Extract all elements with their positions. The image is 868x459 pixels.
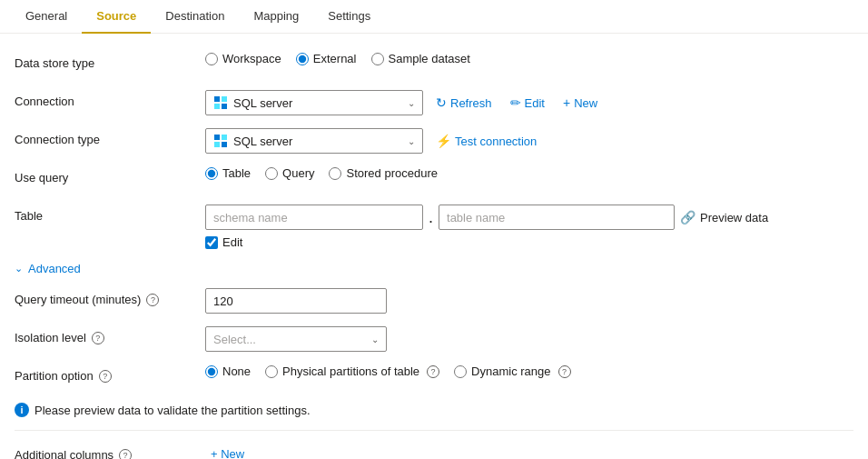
radio-none-label: None: [222, 364, 251, 378]
query-timeout-row: Query timeout (minutes) ?: [15, 288, 853, 314]
add-new-column-button[interactable]: + New: [205, 444, 250, 459]
radio-table-input[interactable]: [205, 167, 218, 180]
use-query-controls: Table Query Stored procedure: [205, 166, 853, 180]
connection-dropdown[interactable]: SQL server ⌄: [205, 90, 423, 115]
svg-rect-5: [222, 135, 227, 140]
query-timeout-label: Query timeout (minutes) ?: [15, 288, 205, 306]
radio-table-label: Table: [222, 166, 251, 180]
schema-name-input[interactable]: [205, 205, 423, 230]
preview-data-link[interactable]: 🔗 Preview data: [680, 210, 768, 225]
tab-mapping[interactable]: Mapping: [239, 0, 313, 34]
connection-type-sql-icon: [213, 134, 228, 148]
additional-columns-controls: + New: [205, 444, 853, 459]
radio-external-label: External: [313, 52, 357, 65]
radio-query-label: Query: [282, 166, 314, 180]
isolation-level-info-icon[interactable]: ?: [92, 332, 104, 344]
svg-rect-2: [214, 104, 220, 109]
query-timeout-info-icon[interactable]: ?: [146, 294, 159, 306]
physical-partitions-info-icon[interactable]: ?: [427, 365, 439, 378]
data-store-type-row: Data store type Workspace External Sampl…: [15, 52, 853, 77]
partition-radio-group: None Physical partitions of table ? Dyna…: [205, 364, 571, 378]
use-query-row: Use query Table Query Stored procedure: [15, 166, 853, 192]
edit-checkbox-label: Edit: [222, 235, 242, 249]
connection-type-row: Connection type SQL server ⌄ ⚡ Test conn…: [15, 128, 853, 154]
advanced-label: Advanced: [28, 262, 81, 275]
table-label: Table: [15, 205, 205, 223]
isolation-level-placeholder: Select...: [213, 333, 366, 346]
form-content: Data store type Workspace External Sampl…: [0, 34, 868, 459]
radio-workspace[interactable]: Workspace: [205, 52, 281, 65]
edit-label: Edit: [525, 96, 545, 110]
radio-physical-input[interactable]: [265, 365, 278, 378]
svg-rect-7: [222, 142, 227, 147]
section-divider: [15, 430, 853, 431]
table-inputs-row: . 🔗 Preview data: [205, 205, 768, 230]
tab-destination[interactable]: Destination: [151, 0, 239, 34]
refresh-label: Refresh: [450, 96, 492, 110]
use-query-label: Use query: [15, 166, 205, 185]
data-store-type-controls: Workspace External Sample dataset: [205, 52, 853, 65]
refresh-button[interactable]: ↻ Refresh: [430, 92, 498, 114]
edit-checkbox[interactable]: Edit: [205, 235, 242, 249]
test-connection-button[interactable]: ⚡ Test connection: [430, 130, 542, 152]
radio-physical-partitions[interactable]: Physical partitions of table ?: [265, 364, 439, 378]
chevron-down-icon: ⌄: [15, 263, 23, 274]
tab-settings[interactable]: Settings: [313, 0, 385, 34]
dynamic-range-info-icon[interactable]: ?: [558, 365, 571, 378]
new-label: New: [574, 96, 597, 110]
radio-dynamic-label: Dynamic range: [471, 364, 550, 378]
radio-external[interactable]: External: [296, 52, 357, 65]
preview-data-label: Preview data: [700, 211, 768, 225]
radio-external-input[interactable]: [296, 53, 309, 65]
data-store-radio-group: Workspace External Sample dataset: [205, 52, 470, 65]
radio-none-input[interactable]: [205, 365, 218, 378]
partition-option-label: Partition option ?: [15, 364, 205, 383]
data-store-type-label: Data store type: [15, 52, 205, 70]
connection-type-dropdown[interactable]: SQL server ⌄: [205, 128, 423, 154]
table-controls: . 🔗 Preview data Edit: [205, 205, 853, 249]
radio-physical-label: Physical partitions of table: [282, 364, 419, 378]
tab-source[interactable]: Source: [82, 0, 151, 34]
radio-stored-procedure-input[interactable]: [329, 167, 341, 180]
radio-workspace-input[interactable]: [205, 53, 218, 65]
radio-sample-input[interactable]: [371, 53, 384, 65]
radio-stored-procedure-label: Stored procedure: [346, 166, 437, 180]
plus-icon: +: [563, 95, 570, 110]
use-query-radio-group: Table Query Stored procedure: [205, 166, 438, 180]
table-row: Table . 🔗 Preview data Edit: [15, 205, 853, 249]
query-timeout-controls: [205, 288, 853, 314]
connection-row: Connection SQL server ⌄ ↻ Refresh: [15, 90, 853, 115]
tab-general[interactable]: General: [11, 0, 82, 34]
svg-rect-3: [222, 104, 227, 109]
radio-sample-dataset[interactable]: Sample dataset: [371, 52, 470, 65]
new-connection-button[interactable]: + New: [557, 92, 603, 114]
connection-chevron-icon: ⌄: [408, 98, 415, 108]
additional-columns-info-icon[interactable]: ?: [119, 449, 132, 460]
connection-controls: SQL server ⌄ ↻ Refresh ✏ Edit + New: [205, 90, 853, 115]
add-new-label: + New: [211, 447, 244, 459]
radio-none[interactable]: None: [205, 364, 251, 378]
additional-columns-label: Additional columns ?: [15, 444, 205, 459]
query-timeout-input[interactable]: [205, 288, 387, 314]
advanced-toggle[interactable]: ⌄ Advanced: [15, 262, 853, 275]
radio-query-input[interactable]: [265, 167, 278, 180]
radio-table[interactable]: Table: [205, 166, 251, 180]
sql-server-icon: [213, 95, 228, 110]
edit-checkbox-input[interactable]: [205, 236, 218, 249]
connection-value: SQL server: [233, 96, 402, 110]
test-icon: ⚡: [436, 134, 451, 148]
additional-columns-row: Additional columns ? + New: [15, 444, 853, 459]
partition-option-info-icon[interactable]: ?: [99, 370, 112, 383]
radio-stored-procedure[interactable]: Stored procedure: [329, 166, 437, 180]
isolation-chevron-icon: ⌄: [371, 334, 379, 344]
table-name-input[interactable]: [439, 205, 675, 230]
radio-dynamic-range[interactable]: Dynamic range ?: [454, 364, 570, 378]
isolation-level-row: Isolation level ? Select... ⌄: [15, 326, 853, 352]
radio-dynamic-input[interactable]: [454, 365, 467, 378]
connection-type-label: Connection type: [15, 128, 205, 146]
svg-rect-6: [214, 142, 220, 147]
edit-connection-button[interactable]: ✏ Edit: [505, 92, 550, 114]
isolation-level-dropdown[interactable]: Select... ⌄: [205, 326, 387, 352]
partition-option-controls: None Physical partitions of table ? Dyna…: [205, 364, 853, 378]
radio-query[interactable]: Query: [265, 166, 314, 180]
